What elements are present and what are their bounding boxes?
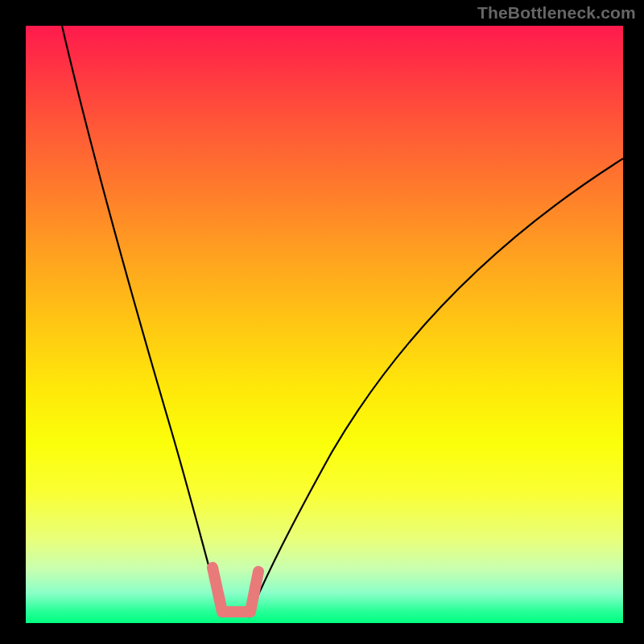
valley-highlight bbox=[213, 568, 258, 612]
curve-right-branch bbox=[249, 159, 623, 617]
watermark-text: TheBottleneck.com bbox=[477, 3, 636, 23]
curve-layer bbox=[26, 26, 623, 623]
curve-left-branch bbox=[62, 26, 223, 617]
chart-container: TheBottleneck.com bbox=[0, 0, 644, 644]
plot-area bbox=[26, 26, 623, 623]
